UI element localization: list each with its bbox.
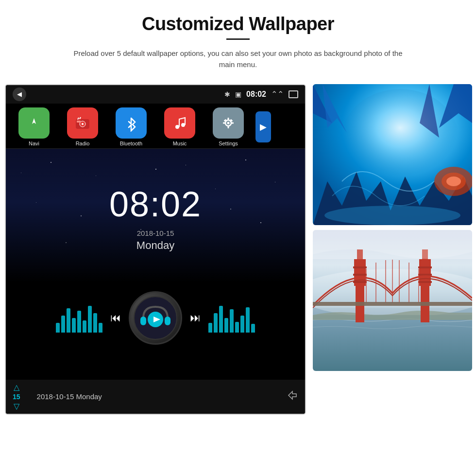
- app-bar: Navi Radio: [6, 104, 305, 149]
- navi-icon: [18, 107, 50, 139]
- eq-bars-right: [208, 303, 255, 333]
- eq-bar: [214, 313, 218, 333]
- status-arrows-icon: ⌃⌃: [271, 89, 284, 99]
- bluetooth-icon: [116, 107, 147, 139]
- main-content: ◀ ✱ ▣ 08:02 ⌃⌃: [5, 84, 471, 415]
- svg-rect-35: [313, 315, 472, 371]
- eq-bar: [230, 309, 234, 333]
- music-icon: [164, 107, 195, 139]
- bottom-nav-icon[interactable]: [287, 389, 298, 404]
- eq-bar: [235, 322, 239, 333]
- eq-bar: [246, 307, 250, 333]
- eq-bar: [251, 324, 255, 333]
- svg-point-31: [446, 176, 461, 186]
- svg-rect-16: [223, 122, 225, 123]
- svg-rect-47: [418, 281, 432, 283]
- back-button[interactable]: ◀: [13, 88, 26, 101]
- bridge-photo: [313, 230, 472, 371]
- eq-bar: [56, 323, 60, 333]
- ice-cave-svg: [313, 84, 472, 225]
- bluetooth-label: Bluetooth: [120, 141, 142, 146]
- eq-bar: [208, 323, 212, 333]
- page-subtitle: Preload over 5 default wallpaper options…: [73, 48, 403, 71]
- radio-label: Radio: [76, 141, 90, 146]
- rewind-button[interactable]: ⏮: [110, 312, 121, 324]
- eq-bar: [77, 311, 81, 333]
- ice-cave-photo: [313, 84, 472, 225]
- svg-rect-39: [353, 266, 367, 268]
- clock-content: 08:02 2018-10-15 Monday: [109, 184, 202, 252]
- clock-time: 08:02: [109, 184, 202, 224]
- svg-rect-22: [165, 317, 170, 325]
- svg-point-10: [181, 123, 185, 127]
- right-images: [313, 84, 472, 371]
- up-arrow-icon: △: [14, 383, 19, 392]
- app-music[interactable]: Music: [156, 107, 203, 146]
- track-number: 15: [13, 393, 20, 401]
- svg-marker-25: [289, 391, 296, 399]
- app-settings[interactable]: Settings: [205, 107, 252, 146]
- clock-day: Monday: [136, 239, 174, 252]
- title-underline: [226, 38, 250, 40]
- status-bar-left: ◀: [13, 88, 26, 101]
- svg-point-4: [82, 123, 84, 125]
- bridge-svg: [313, 230, 472, 371]
- eq-bar: [72, 318, 76, 333]
- status-bar: ◀ ✱ ▣ 08:02 ⌃⌃: [6, 85, 305, 104]
- window-icon: [289, 90, 298, 98]
- back-icon: ◀: [17, 90, 22, 98]
- music-player: ⏮: [6, 282, 305, 380]
- down-arrow-icon: ▽: [14, 402, 19, 411]
- eq-bar: [88, 306, 92, 333]
- eq-bar: [67, 308, 70, 333]
- music-label: Music: [173, 141, 187, 146]
- signal-status-icon: ▣: [235, 90, 241, 98]
- app-radio[interactable]: Radio: [59, 107, 106, 146]
- fastforward-button[interactable]: ⏭: [190, 312, 201, 324]
- eq-bar: [99, 323, 102, 333]
- bottom-bar: △ 15 ▽ 2018-10-15 Monday: [6, 380, 305, 414]
- music-visualizer-row: ⏮: [16, 291, 295, 345]
- navi-label: Navi: [29, 141, 39, 146]
- svg-rect-3: [77, 121, 81, 123]
- app-navi[interactable]: Navi: [11, 107, 57, 146]
- page-title: Customized Wallpaper: [142, 14, 334, 35]
- svg-point-13: [227, 122, 230, 124]
- svg-rect-21: [140, 317, 146, 325]
- svg-point-9: [175, 125, 179, 129]
- svg-line-6: [80, 117, 81, 119]
- eq-bar: [61, 316, 65, 333]
- svg-rect-55: [313, 302, 472, 306]
- eq-bar: [83, 320, 86, 333]
- svg-rect-40: [353, 274, 367, 276]
- clock-date: 2018-10-15: [137, 229, 174, 237]
- car-screen: ◀ ✱ ▣ 08:02 ⌃⌃: [5, 84, 306, 415]
- svg-rect-15: [228, 126, 229, 128]
- track-controls[interactable]: △ 15 ▽: [13, 383, 20, 411]
- status-time: 08:02: [246, 90, 266, 99]
- eq-bar: [224, 318, 228, 333]
- svg-rect-41: [353, 281, 367, 283]
- settings-icon: [213, 107, 244, 139]
- headphone-artwork: [129, 291, 182, 345]
- eq-bar: [240, 316, 244, 333]
- eq-bar: [93, 313, 97, 333]
- svg-rect-17: [231, 122, 234, 123]
- more-icon: ▶: [255, 111, 271, 142]
- bluetooth-status-icon: ✱: [224, 90, 230, 98]
- page-container: Customized Wallpaper Preload over 5 defa…: [0, 0, 476, 476]
- clock-section: 08:02 2018-10-15 Monday: [6, 149, 305, 282]
- headphone-svg: [134, 296, 177, 340]
- eq-bar: [219, 306, 223, 333]
- svg-rect-45: [418, 266, 432, 268]
- eq-bars-left: [56, 303, 102, 333]
- more-apps[interactable]: ▶: [255, 107, 271, 146]
- bottom-date-label: 2018-10-15 Monday: [37, 392, 102, 401]
- settings-label: Settings: [219, 141, 238, 146]
- svg-rect-14: [228, 118, 229, 120]
- radio-icon: [67, 107, 98, 139]
- svg-point-28: [324, 206, 460, 225]
- app-bluetooth[interactable]: Bluetooth: [108, 107, 154, 146]
- status-bar-right: ✱ ▣ 08:02 ⌃⌃: [224, 89, 298, 99]
